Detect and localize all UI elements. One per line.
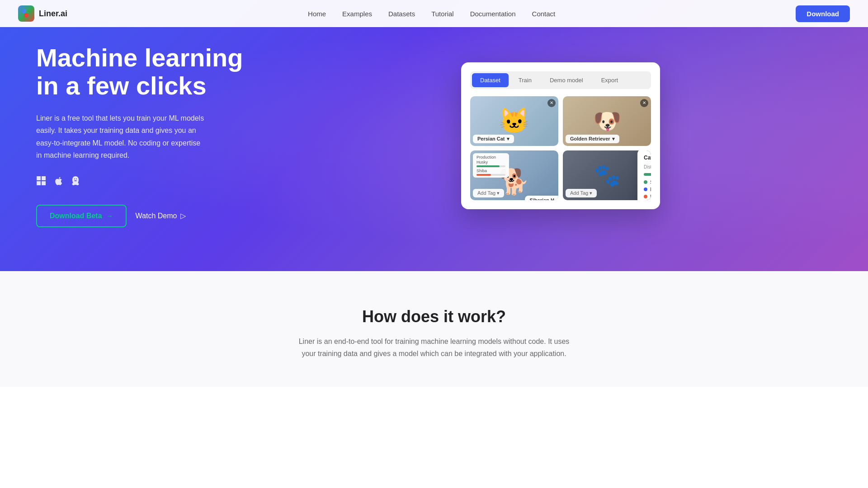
- card-golden-retriever: 🐶 ✕ Golden Retriever ▾: [563, 96, 651, 146]
- hero-mockup: Dataset Train Demo model Export 🐱 ✕ Pers…: [280, 62, 841, 209]
- production-badge: Production Husky Shiba: [473, 153, 509, 178]
- linux-icon: [71, 176, 80, 188]
- windows-icon: [36, 176, 46, 188]
- nav-home[interactable]: Home: [308, 10, 326, 18]
- mockup-tab-export[interactable]: Export: [593, 73, 627, 87]
- svg-point-2: [24, 13, 28, 18]
- card-label-golden: Golden Retriever ▾: [566, 135, 619, 143]
- hero-actions: Download Beta → Watch Demo ▷: [36, 205, 253, 227]
- svg-rect-5: [37, 181, 41, 185]
- nav-links: Home Examples Datasets Tutorial Document…: [308, 10, 555, 18]
- card-persian-cat: 🐱 ✕ Persian Cat ▾ ▶: [470, 96, 558, 146]
- watch-demo-button[interactable]: Watch Demo ▷: [136, 211, 186, 220]
- how-title: How does it work?: [36, 307, 832, 326]
- download-beta-button[interactable]: Download Beta →: [36, 205, 127, 227]
- hero-section: Machine learning in a few clicks Liner i…: [0, 0, 868, 271]
- navbar: Liner.ai Home Examples Datasets Tutorial…: [0, 0, 868, 27]
- nav-contact[interactable]: Contact: [532, 10, 556, 18]
- logo[interactable]: Liner.ai: [18, 5, 67, 22]
- mockup-tab-train[interactable]: Train: [510, 73, 540, 87]
- card-label-persian: Persian Cat ▾: [473, 135, 514, 143]
- nav-download-button[interactable]: Download: [796, 5, 850, 22]
- hero-description: Liner is a free tool that lets you train…: [36, 112, 208, 161]
- card-siberian-husky: Production Husky Shiba 🐕 Add Tag ▾ Si: [470, 150, 558, 200]
- mockup-tab-demo[interactable]: Demo model: [542, 73, 591, 87]
- nav-datasets[interactable]: Datasets: [388, 10, 415, 18]
- apple-icon: [53, 176, 63, 188]
- cat-row-persian: Persian Cat 27.4 %: [644, 187, 651, 192]
- brand-name: Liner.ai: [39, 9, 67, 19]
- dist-seg-husky: [644, 173, 651, 176]
- mockup-tabs: Dataset Train Demo model Export: [470, 71, 651, 89]
- arrow-right-icon: →: [107, 212, 113, 220]
- categories-title: Categories: [644, 155, 651, 161]
- cat-row-husky: Siberian Husky 38.2 %: [644, 179, 651, 185]
- card-close-dog[interactable]: ✕: [640, 99, 648, 107]
- cat-row-bengal: Bengal Cat 25.3 %: [644, 194, 651, 199]
- card-addtag-husky[interactable]: Add Tag ▾: [473, 189, 504, 197]
- dot-husky: [644, 180, 647, 184]
- card-addtag-blackdog[interactable]: Add Tag ▾: [566, 189, 597, 197]
- how-description: Liner is an end-to-end tool for training…: [298, 335, 570, 360]
- app-mockup-window: Dataset Train Demo model Export 🐱 ✕ Pers…: [461, 62, 660, 209]
- play-icon: ▷: [180, 211, 186, 220]
- svg-point-0: [22, 9, 26, 14]
- svg-rect-6: [42, 181, 46, 185]
- logo-icon: [18, 5, 34, 22]
- card-close-cat[interactable]: ✕: [547, 99, 556, 107]
- nav-tutorial[interactable]: Tutorial: [431, 10, 453, 18]
- mockup-image-grid: 🐱 ✕ Persian Cat ▾ ▶ 🐶 ✕ Golden Retriever: [470, 96, 651, 200]
- nav-documentation[interactable]: Documentation: [470, 10, 516, 18]
- categories-popup: Categories Distribution Siberian Husky: [637, 150, 651, 200]
- card-black-dog: 🐾 Add Tag ▾ Categories Distribution: [563, 150, 651, 200]
- categories-subtitle: Distribution: [644, 164, 651, 169]
- svg-rect-4: [42, 176, 46, 180]
- os-icons: [36, 176, 253, 188]
- siberian-badge: Siberian H...: [525, 196, 558, 200]
- how-section: How does it work? Liner is an end-to-end…: [0, 271, 868, 387]
- dot-persian: [644, 188, 647, 191]
- hero-content: Machine learning in a few clicks Liner i…: [36, 44, 253, 227]
- svg-rect-3: [37, 176, 41, 180]
- dot-bengal: [644, 195, 647, 198]
- svg-point-1: [26, 9, 31, 14]
- hero-title: Machine learning in a few clicks: [36, 44, 253, 99]
- nav-examples[interactable]: Examples: [342, 10, 372, 18]
- mockup-tab-dataset[interactable]: Dataset: [472, 73, 509, 87]
- distribution-bar: [644, 173, 651, 176]
